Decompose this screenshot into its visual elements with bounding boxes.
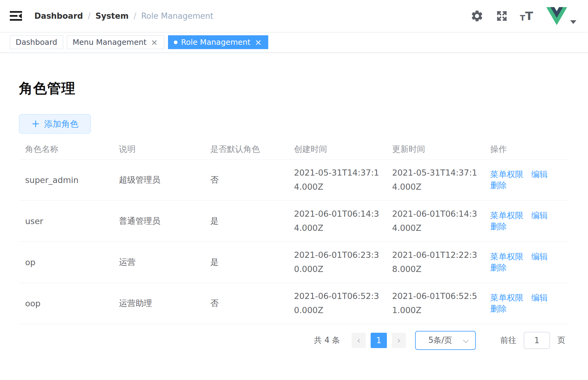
close-icon[interactable]: ×	[150, 38, 158, 46]
tab-label: Dashboard	[16, 38, 57, 47]
fullscreen-icon	[495, 10, 508, 22]
cell-desc: 运营	[113, 242, 204, 283]
navbar-right-menu: TT	[464, 7, 588, 25]
cell-created-at: 2021-06-01T06:23:30.000Z	[288, 242, 386, 283]
action-link-菜单权限[interactable]: 菜单权限	[490, 252, 523, 261]
action-link-编辑[interactable]: 编辑	[531, 169, 548, 179]
action-link-删除[interactable]: 删除	[490, 263, 507, 272]
navbar: Dashboard/System/Role Management TT	[0, 0, 588, 32]
column-header-说明: 说明	[113, 139, 204, 159]
font-size-button[interactable]: TT	[520, 10, 533, 22]
cell-is-default: 否	[204, 283, 288, 324]
roles-table: 角色名称说明是否默认角色创建时间更新时间操作 super_admin超级管理员否…	[19, 139, 569, 324]
pagination: 共 4 条 ‹ 1 › 5条/页 前往 页	[19, 331, 569, 350]
cell-desc: 普通管理员	[113, 200, 204, 242]
breadcrumb: Dashboard/System/Role Management	[34, 11, 213, 21]
table-row: oop运营助理否2021-06-01T06:52:30.000Z2021-06-…	[19, 283, 569, 324]
page-size-select[interactable]: 5条/页	[415, 331, 476, 350]
add-role-label: 添加角色	[44, 118, 78, 130]
cell-created-at: 2021-06-01T06:52:30.000Z	[288, 283, 386, 324]
action-link-编辑[interactable]: 编辑	[531, 252, 548, 261]
goto-page-input[interactable]	[524, 332, 550, 349]
prev-page-button[interactable]: ‹	[352, 333, 366, 348]
cell-name: oop	[19, 283, 113, 324]
cell-is-default: 是	[204, 200, 288, 242]
breadcrumb-item-system[interactable]: System	[95, 11, 128, 21]
main-content: 角色管理 + 添加角色 角色名称说明是否默认角色创建时间更新时间操作 super…	[0, 79, 588, 350]
vue-logo	[546, 7, 567, 25]
close-icon[interactable]: ×	[254, 38, 262, 46]
breadcrumb-separator: /	[88, 11, 91, 21]
cell-actions: 菜单权限编辑删除	[484, 242, 569, 283]
page-number-button[interactable]: 1	[371, 333, 387, 348]
pagination-total: 共 4 条	[314, 335, 340, 346]
cell-actions: 菜单权限编辑删除	[484, 159, 569, 200]
tags-view: DashboardMenu Management×Role Management…	[0, 32, 588, 53]
table-row: super_admin超级管理员否2021-05-31T14:37:14.000…	[19, 159, 569, 200]
breadcrumb-separator: /	[134, 11, 136, 21]
column-header-更新时间: 更新时间	[386, 139, 484, 159]
avatar-menu[interactable]	[546, 7, 576, 25]
chevron-right-icon: ›	[397, 335, 401, 346]
cell-desc: 运营助理	[113, 283, 204, 324]
tab-label: Role Management	[181, 38, 251, 47]
action-link-菜单权限[interactable]: 菜单权限	[490, 211, 523, 220]
page-unit-label: 页	[557, 335, 565, 346]
cell-created-at: 2021-06-01T06:14:34.000Z	[288, 200, 386, 242]
font-size-icon: TT	[520, 10, 533, 22]
breadcrumb-item-role-management: Role Management	[141, 11, 213, 21]
cell-is-default: 否	[204, 159, 288, 200]
action-link-编辑[interactable]: 编辑	[531, 293, 548, 302]
action-link-菜单权限[interactable]: 菜单权限	[490, 293, 523, 302]
active-tab-dot	[174, 41, 178, 44]
cell-updated-at: 2021-06-01T12:22:38.000Z	[386, 242, 484, 283]
caret-down-icon	[570, 20, 576, 24]
column-header-是否默认角色: 是否默认角色	[204, 139, 288, 159]
page-title: 角色管理	[19, 79, 569, 98]
table-header-row: 角色名称说明是否默认角色创建时间更新时间操作	[19, 139, 569, 159]
cell-updated-at: 2021-05-31T14:37:14.000Z	[386, 159, 484, 200]
fullscreen-button[interactable]	[495, 10, 508, 22]
cell-created-at: 2021-05-31T14:37:14.000Z	[288, 159, 386, 200]
hamburger-icon	[9, 10, 23, 22]
goto-label: 前往	[500, 335, 516, 346]
action-link-编辑[interactable]: 编辑	[531, 211, 548, 220]
chevron-left-icon: ‹	[357, 335, 361, 346]
hamburger-button[interactable]	[0, 10, 31, 22]
cell-actions: 菜单权限编辑删除	[484, 283, 569, 324]
chevron-down-icon	[463, 337, 468, 343]
settings-button[interactable]	[470, 9, 484, 23]
column-header-操作: 操作	[484, 139, 569, 159]
plus-icon: +	[31, 118, 40, 129]
cell-updated-at: 2021-06-01T06:52:51.000Z	[386, 283, 484, 324]
cell-actions: 菜单权限编辑删除	[484, 200, 569, 242]
table-row: op运营是2021-06-01T06:23:30.000Z2021-06-01T…	[19, 242, 569, 283]
column-header-创建时间: 创建时间	[288, 139, 386, 159]
tab-label: Menu Management	[73, 38, 147, 47]
table-row: user普通管理员是2021-06-01T06:14:34.000Z2021-0…	[19, 200, 569, 242]
page-size-value: 5条/页	[428, 335, 452, 346]
tab-menu-management[interactable]: Menu Management×	[67, 35, 164, 49]
action-link-删除[interactable]: 删除	[490, 304, 507, 313]
action-link-删除[interactable]: 删除	[490, 222, 507, 231]
next-page-button[interactable]: ›	[392, 333, 406, 348]
tab-dashboard[interactable]: Dashboard	[10, 35, 63, 49]
breadcrumb-item-dashboard[interactable]: Dashboard	[34, 11, 83, 21]
cell-name: super_admin	[19, 159, 113, 200]
cell-updated-at: 2021-06-01T06:14:34.000Z	[386, 200, 484, 242]
gear-icon	[470, 9, 484, 23]
cell-name: user	[19, 200, 113, 242]
add-role-button[interactable]: + 添加角色	[19, 114, 91, 134]
tab-role-management[interactable]: Role Management×	[168, 35, 268, 49]
cell-desc: 超级管理员	[113, 159, 204, 200]
cell-name: op	[19, 242, 113, 283]
column-header-角色名称: 角色名称	[19, 139, 113, 159]
cell-is-default: 是	[204, 242, 288, 283]
action-link-菜单权限[interactable]: 菜单权限	[490, 169, 523, 179]
action-link-删除[interactable]: 删除	[490, 180, 507, 190]
